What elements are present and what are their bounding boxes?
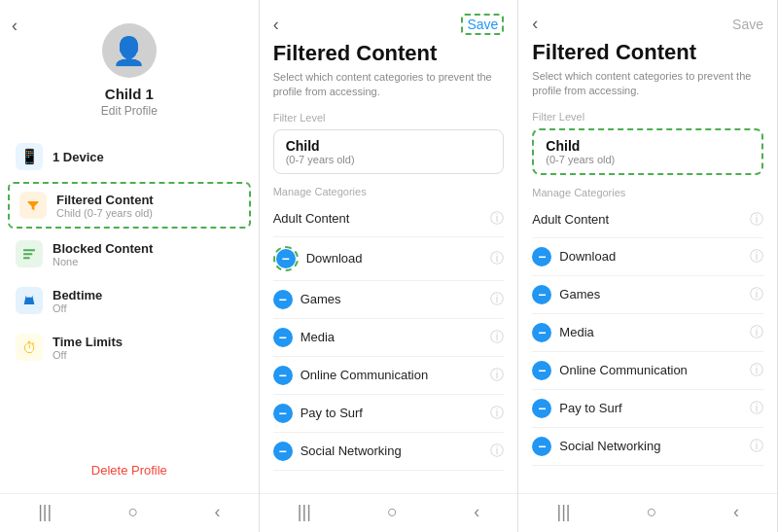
svg-point-3 [27, 298, 31, 301]
onlinecomm-toggle-icon-2[interactable] [273, 366, 293, 385]
menu-item-device-content: 1 Device [53, 150, 104, 164]
menu-item-filtered[interactable]: Filtered Content Child (0-7 years old) [8, 182, 251, 229]
category-media-info-3: ⓘ [750, 324, 763, 341]
filtered-label: Filtered Content [56, 193, 154, 207]
category-paytosurf-left-2: Pay to Surf [273, 404, 363, 423]
onlinecomm-toggle-icon-3[interactable] [532, 361, 551, 380]
category-onlinecomm-name-2: Online Communication [301, 368, 429, 382]
category-onlinecomm-2[interactable]: Online Communication ⓘ [273, 357, 505, 395]
category-adult-left-2: Adult Content [273, 211, 350, 226]
category-social-info-2: ⓘ [490, 443, 504, 460]
device-label: 1 Device [53, 150, 104, 164]
nav-menu-icon-2[interactable]: ||| [298, 502, 311, 522]
category-adult-name-3: Adult Content [532, 212, 609, 227]
bottom-nav-3: ||| ○ ‹ [518, 493, 777, 532]
category-games-info-3: ⓘ [750, 286, 763, 303]
filtered-back-button-2[interactable]: ‹ [273, 15, 279, 35]
games-toggle-icon-2[interactable] [273, 290, 293, 309]
nav-home-icon[interactable]: ○ [127, 502, 138, 522]
category-list-2: Adult Content ⓘ Download ⓘ Games ⓘ [260, 201, 518, 493]
category-media-name-3: Media [559, 325, 593, 339]
filter-level-age-3: (0-7 years old) [546, 154, 750, 165]
category-download-2[interactable]: Download ⓘ [273, 237, 505, 281]
category-media-info-2: ⓘ [490, 329, 504, 346]
filtered-desc-3: Select which content categories to preve… [518, 67, 777, 107]
paytosurf-toggle-icon-2[interactable] [273, 404, 293, 423]
category-download-left-2: Download [273, 246, 363, 271]
save-button-3[interactable]: Save [732, 17, 763, 32]
category-adult-3[interactable]: Adult Content ⓘ [532, 202, 763, 238]
bottom-nav-2: ||| ○ ‹ [260, 493, 518, 532]
menu-list: 📱 1 Device Filtered Content Child (0-7 y… [0, 129, 259, 447]
category-media-name-2: Media [301, 330, 335, 344]
category-games-2[interactable]: Games ⓘ [273, 281, 505, 319]
avatar-icon: 👤 [112, 35, 146, 67]
menu-item-timelimits[interactable]: ⏱ Time Limits Off [0, 324, 259, 371]
bedtime-icon [16, 287, 43, 314]
svg-rect-2 [23, 257, 30, 259]
category-onlinecomm-name-3: Online Communication [559, 363, 688, 377]
category-onlinecomm-left-2: Online Communication [273, 366, 429, 385]
filter-level-box-2[interactable]: Child (0-7 years old) [273, 129, 505, 174]
category-download-3[interactable]: Download ⓘ [532, 238, 763, 276]
filter-icon [19, 192, 47, 219]
blocked-icon [16, 240, 43, 267]
filter-level-box-3[interactable]: Child (0-7 years old) [532, 128, 763, 175]
nav-home-icon-2[interactable]: ○ [387, 502, 398, 522]
filtered-back-button-3[interactable]: ‹ [532, 14, 538, 34]
category-media-3[interactable]: Media ⓘ [532, 314, 763, 352]
media-toggle-icon-2[interactable] [273, 328, 293, 347]
category-games-3[interactable]: Games ⓘ [532, 276, 763, 314]
social-toggle-icon-2[interactable] [273, 442, 293, 461]
category-adult-info-2: ⓘ [490, 210, 504, 228]
category-media-2[interactable]: Media ⓘ [273, 319, 505, 357]
menu-item-device[interactable]: 📱 1 Device [0, 133, 259, 180]
timelimits-sublabel: Off [53, 349, 123, 361]
manage-label-3: Manage Categories [518, 183, 777, 202]
category-adult-2[interactable]: Adult Content ⓘ [273, 201, 505, 237]
category-onlinecomm-3[interactable]: Online Communication ⓘ [532, 352, 763, 390]
category-social-3[interactable]: Social Networking ⓘ [532, 428, 763, 466]
games-toggle-icon-3[interactable] [532, 285, 551, 304]
nav-menu-icon[interactable]: ||| [38, 502, 52, 522]
filtered-desc-2: Select which content categories to preve… [260, 68, 518, 108]
category-onlinecomm-info-3: ⓘ [750, 362, 763, 379]
category-games-name-2: Games [301, 292, 341, 306]
bedtime-sublabel: Off [53, 302, 102, 314]
nav-home-icon-3[interactable]: ○ [647, 502, 657, 522]
download-toggle-icon-3[interactable] [532, 247, 551, 266]
save-button-2[interactable]: Save [467, 17, 498, 32]
delete-profile-button[interactable]: Delete Profile [0, 447, 259, 493]
category-games-info-2: ⓘ [490, 291, 504, 308]
profile-header: ‹ 👤 Child 1 Edit Profile [0, 0, 259, 129]
nav-back-icon-3[interactable]: ‹ [733, 502, 739, 522]
profile-panel: ‹ 👤 Child 1 Edit Profile 📱 1 Device Filt… [0, 0, 260, 532]
category-list-3: Adult Content ⓘ Download ⓘ Games ⓘ Media… [518, 202, 777, 493]
blocked-sublabel: None [53, 256, 153, 267]
category-download-name-2: Download [306, 251, 363, 266]
nav-menu-icon-3[interactable]: ||| [556, 502, 570, 522]
menu-item-timelimits-content: Time Limits Off [53, 335, 123, 361]
blocked-label: Blocked Content [53, 241, 153, 256]
menu-item-bedtime[interactable]: Bedtime Off [0, 277, 259, 324]
timelimits-label: Time Limits [53, 335, 123, 349]
category-paytosurf-3[interactable]: Pay to Surf ⓘ [532, 390, 763, 428]
paytosurf-toggle-icon-3[interactable] [532, 399, 551, 418]
back-button[interactable]: ‹ [12, 16, 18, 36]
category-social-name-2: Social Networking [301, 443, 402, 458]
media-toggle-icon-3[interactable] [532, 323, 551, 342]
category-paytosurf-2[interactable]: Pay to Surf ⓘ [273, 395, 505, 433]
bottom-nav-1: ||| ○ ‹ [0, 493, 259, 532]
category-social-2[interactable]: Social Networking ⓘ [273, 433, 505, 471]
timelimits-icon: ⏱ [16, 334, 43, 361]
download-toggle-icon-2[interactable] [276, 249, 296, 268]
social-toggle-icon-3[interactable] [532, 437, 551, 456]
nav-back-icon[interactable]: ‹ [215, 502, 221, 522]
edit-profile-link[interactable]: Edit Profile [101, 104, 158, 118]
menu-item-blocked-content: Blocked Content None [53, 241, 153, 267]
filter-level-label-2: Filter Level [260, 108, 518, 127]
avatar: 👤 [102, 23, 157, 78]
category-social-name-3: Social Networking [559, 439, 660, 453]
nav-back-icon-2[interactable]: ‹ [474, 502, 479, 522]
menu-item-blocked[interactable]: Blocked Content None [0, 231, 259, 277]
